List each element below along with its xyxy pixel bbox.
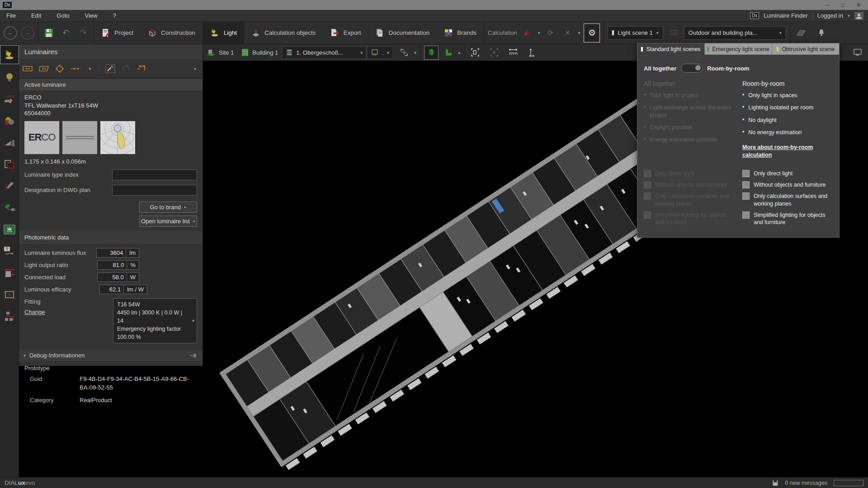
- view-more-chevron[interactable]: ▸: [458, 50, 461, 55]
- luminaire-photo-thumbnail[interactable]: [62, 121, 97, 154]
- tab-calculation-objects[interactable]: Calculation objects: [244, 22, 323, 44]
- forward-button[interactable]: →: [21, 26, 34, 40]
- luminaire-finder-link[interactable]: Luminaire Finder: [764, 12, 808, 19]
- line-arrangement-button[interactable]: [71, 66, 81, 71]
- tab-light[interactable]: Light: [203, 22, 244, 44]
- go-to-brand-button[interactable]: Go to brand▸: [139, 202, 197, 213]
- collapse-chevron-icon[interactable]: ▾: [24, 353, 26, 358]
- luminous-flux-field[interactable]: 3604lm: [96, 248, 139, 258]
- menu-goto[interactable]: Goto: [57, 12, 69, 19]
- add-surface-tool-button[interactable]: [0, 262, 19, 284]
- pin-icon[interactable]: [190, 353, 197, 358]
- debug-section-header[interactable]: ▾ Debug-Informationen: [19, 350, 203, 361]
- toggle-knob[interactable]: [695, 65, 701, 70]
- display-options-button[interactable]: [851, 46, 864, 59]
- arrangement-dropdown-chevron[interactable]: ▾: [194, 66, 196, 71]
- tab-project[interactable]: Project: [94, 22, 141, 44]
- auto-arrangement-wand-button[interactable]: [105, 64, 115, 73]
- checkbox-unchecked[interactable]: [742, 192, 750, 200]
- site-button[interactable]: Site 1: [219, 49, 234, 56]
- open-luminaire-list-button[interactable]: Open luminaire list▸: [139, 216, 197, 227]
- save-button[interactable]: [42, 25, 56, 41]
- calculation-settings-gear-button[interactable]: ⚙: [584, 23, 600, 42]
- text-label-tool-button[interactable]: T: [0, 240, 19, 262]
- tilted-luminaire-button[interactable]: [39, 66, 49, 72]
- scene-preview-button[interactable]: [667, 26, 680, 40]
- menu-edit[interactable]: Edit: [31, 12, 41, 19]
- tab-emergency-light-scene[interactable]: Emergency light scene: [705, 43, 772, 55]
- option-without-objects[interactable]: Without objects and furniture: [742, 181, 833, 188]
- logged-in-menu[interactable]: Logged in: [817, 12, 843, 19]
- option-only-calc-surfaces[interactable]: Only calculation surfaces and working pl…: [742, 192, 833, 207]
- zoom-fit-button[interactable]: [468, 46, 482, 59]
- room-dropdown[interactable]: . ▾: [367, 46, 393, 59]
- menu-view[interactable]: View: [85, 12, 98, 19]
- calculation-surface-icon[interactable]: [794, 26, 807, 40]
- tab-export[interactable]: Export: [323, 22, 368, 44]
- checkbox-unchecked[interactable]: [742, 170, 750, 177]
- scene-display-tool-button[interactable]: [0, 219, 19, 240]
- maximize-button[interactable]: □: [841, 2, 844, 8]
- option-simplified-lighting[interactable]: Simplified lighting for objects and furn…: [742, 211, 833, 226]
- measure-height-button[interactable]: [525, 46, 539, 59]
- brand-logo-thumbnail[interactable]: ERCO: [24, 121, 59, 154]
- rotate-right-button[interactable]: [137, 65, 146, 73]
- maintenance-tool-button[interactable]: [0, 175, 19, 197]
- zoom-selection-button[interactable]: [487, 46, 501, 59]
- lamps-tool-button[interactable]: [0, 67, 19, 89]
- copy-arrange-tool-button[interactable]: [0, 154, 19, 175]
- joint-arrangement-tool-button[interactable]: [0, 89, 19, 110]
- cancel-dropdown-chevron[interactable]: ▾: [578, 30, 580, 35]
- energy-tool-button[interactable]: [0, 197, 19, 219]
- calculation-mode-toggle[interactable]: [681, 64, 703, 73]
- more-about-room-by-room-link[interactable]: More about room-by-room calculation: [742, 144, 833, 159]
- rotate-left-button[interactable]: [122, 65, 131, 73]
- light-scene-dropdown[interactable]: Light scene 1 ▾: [608, 26, 663, 40]
- storey-dropdown[interactable]: 1. Obergeschoß... ▾: [282, 46, 367, 59]
- calculation-dropdown-chevron[interactable]: ▾: [538, 30, 540, 35]
- fitting-change-link[interactable]: Change: [24, 309, 45, 315]
- menu-file[interactable]: File: [6, 12, 16, 19]
- menu-help[interactable]: ?: [113, 12, 116, 19]
- tab-obtrusive-light-scene[interactable]: Obtrusive light scene: [772, 43, 839, 55]
- light-distribution-tool-button[interactable]: [0, 132, 19, 154]
- hierarchy-tool-button[interactable]: [0, 305, 19, 327]
- checkbox-unchecked[interactable]: [742, 181, 750, 188]
- fitting-chevron[interactable]: ▾: [192, 318, 194, 324]
- type-index-input[interactable]: [112, 169, 197, 180]
- move-view-chevron[interactable]: ▾: [414, 50, 416, 55]
- add-frame-tool-button[interactable]: [0, 284, 19, 305]
- close-button[interactable]: ✕: [856, 2, 861, 8]
- chevron-down-icon[interactable]: ▾: [848, 13, 850, 18]
- circle-arrangement-button[interactable]: [55, 64, 64, 73]
- messages-status[interactable]: 0 new messages: [785, 480, 827, 486]
- measure-width-button[interactable]: [506, 46, 520, 59]
- start-calculation-button[interactable]: [520, 26, 534, 40]
- notifications-bell-icon[interactable]: [815, 26, 828, 40]
- tab-standard-light-scenes[interactable]: Standard light scenes: [637, 43, 705, 55]
- connected-load-field[interactable]: 58.0W: [97, 272, 139, 282]
- single-luminaire-button[interactable]: [23, 66, 33, 72]
- tab-brands[interactable]: Brands: [437, 22, 484, 44]
- avatar[interactable]: [854, 12, 863, 20]
- building-button[interactable]: Building 1: [252, 49, 278, 56]
- checkbox-unchecked[interactable]: [742, 211, 750, 219]
- tab-documentation[interactable]: Documentation: [368, 22, 437, 44]
- filter-tool-button[interactable]: [0, 110, 19, 132]
- option-only-direct-light[interactable]: Only direct light: [742, 170, 833, 177]
- undo-button[interactable]: ↶: [59, 25, 73, 41]
- photometric-curve-thumbnail[interactable]: [100, 121, 135, 154]
- redo-button[interactable]: ↷: [76, 25, 90, 41]
- dwg-designation-input[interactable]: [112, 185, 197, 196]
- move-view-button[interactable]: [397, 46, 411, 59]
- light-output-ratio-field[interactable]: 81.0%: [97, 260, 139, 270]
- view-3d-button[interactable]: [424, 46, 439, 60]
- fitting-dropdown[interactable]: T16 54W 4450 lm | 3000 K | 0.0 W | 14 Em…: [113, 298, 197, 344]
- single-point-button[interactable]: [88, 66, 92, 71]
- view-plan-button[interactable]: [442, 46, 455, 59]
- output-mode-dropdown[interactable]: Outdoor and building pla... ▾: [684, 26, 786, 40]
- back-button[interactable]: ←: [4, 26, 17, 40]
- luminaires-tool-button[interactable]: [0, 45, 19, 64]
- minimize-button[interactable]: ─: [826, 2, 830, 8]
- tab-construction[interactable]: Construction: [141, 22, 203, 44]
